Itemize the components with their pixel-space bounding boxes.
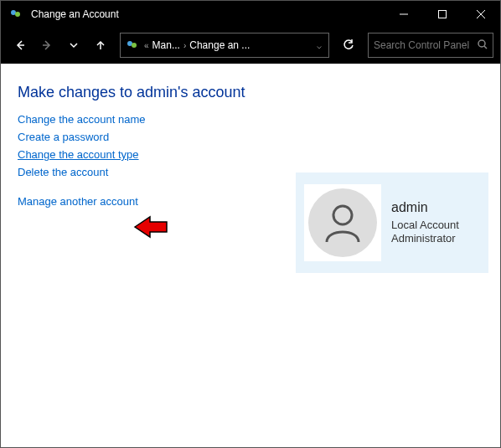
user-card: admin Local Account Administrator: [296, 173, 488, 273]
change-account-type-link[interactable]: Change the account type: [18, 148, 302, 161]
search-input[interactable]: [374, 39, 478, 51]
svg-point-11: [478, 40, 485, 47]
action-links-list: Change the account name Create a passwor…: [18, 113, 302, 208]
change-account-name-link[interactable]: Change the account name: [18, 113, 302, 126]
svg-point-14: [333, 206, 352, 224]
search-box[interactable]: [368, 33, 493, 58]
user-role: Administrator: [391, 232, 459, 246]
close-button[interactable]: [462, 1, 500, 27]
back-button[interactable]: [8, 33, 33, 58]
delete-account-link[interactable]: Delete the account: [18, 166, 302, 178]
svg-point-1: [15, 12, 20, 17]
minimize-button[interactable]: [385, 1, 423, 27]
annotation-arrow-icon: [133, 215, 168, 239]
content-area: Make changes to admin's account Change t…: [1, 64, 500, 447]
svg-marker-13: [135, 217, 167, 237]
avatar: [304, 184, 381, 261]
window-title: Change an Account: [31, 8, 119, 20]
up-button[interactable]: [88, 33, 113, 58]
svg-rect-3: [439, 10, 447, 18]
forward-button[interactable]: [34, 33, 59, 58]
change-account-window: Change an Account: [0, 0, 501, 448]
app-icon: [8, 6, 24, 23]
chevron-left-icon: «: [144, 41, 149, 50]
avatar-placeholder-icon: [308, 188, 377, 257]
page-heading: Make changes to admin's account: [18, 84, 302, 101]
breadcrumb-dropdown-icon[interactable]: ⌵: [317, 41, 325, 50]
titlebar: Change an Account: [1, 1, 500, 27]
recent-locations-button[interactable]: [61, 33, 86, 58]
chevron-right-icon: ›: [183, 41, 186, 50]
navbar: « Man... › Change an ... ⌵: [1, 27, 500, 64]
breadcrumb-seg-1[interactable]: Man...: [152, 39, 180, 51]
breadcrumb[interactable]: « Man... › Change an ... ⌵: [120, 33, 329, 58]
svg-line-12: [484, 46, 487, 49]
manage-another-account-link[interactable]: Manage another account: [18, 195, 302, 208]
left-column: Make changes to admin's account Change t…: [18, 84, 302, 427]
maximize-button[interactable]: [423, 1, 462, 27]
search-icon[interactable]: [478, 39, 488, 52]
refresh-button[interactable]: [336, 33, 361, 58]
user-name: admin: [391, 199, 459, 217]
create-password-link[interactable]: Create a password: [18, 131, 302, 143]
user-info: admin Local Account Administrator: [391, 199, 459, 247]
breadcrumb-icon: [124, 39, 141, 52]
breadcrumb-seg-2[interactable]: Change an ...: [189, 39, 250, 51]
svg-point-10: [132, 43, 137, 48]
user-account-type: Local Account: [391, 219, 459, 233]
